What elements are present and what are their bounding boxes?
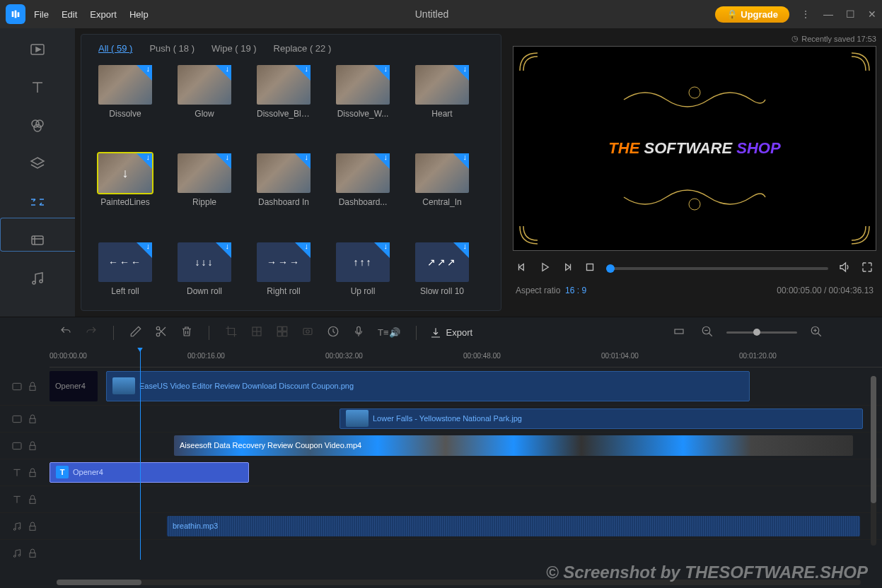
sidebar-filters-icon[interactable] bbox=[28, 116, 47, 136]
preview-viewport[interactable]: THE SOFTWARE SHOP bbox=[513, 46, 876, 251]
sidebar-text-icon[interactable] bbox=[28, 78, 47, 98]
track-head[interactable] bbox=[0, 494, 50, 505]
download-icon[interactable] bbox=[216, 242, 231, 258]
download-icon[interactable] bbox=[374, 65, 390, 81]
transition-item[interactable]: ←←←Left roll bbox=[98, 242, 152, 305]
download-icon[interactable] bbox=[374, 153, 390, 169]
zoom-out-button[interactable] bbox=[698, 322, 716, 343]
mosaic-button[interactable] bbox=[248, 322, 266, 343]
transition-item[interactable]: Glow bbox=[178, 65, 231, 128]
clip-mp4[interactable]: Aiseesoft Data Recovery Review Coupon Vi… bbox=[174, 435, 853, 457]
volume-icon[interactable] bbox=[838, 261, 851, 276]
download-icon[interactable] bbox=[453, 65, 469, 81]
more-icon[interactable]: ⋮ bbox=[801, 8, 811, 20]
transition-item[interactable]: ↓PaintedLines bbox=[98, 153, 152, 216]
sidebar-media-icon[interactable] bbox=[28, 40, 47, 59]
time-tick: 00:00:48.00 bbox=[463, 352, 501, 360]
sidebar-music-icon[interactable] bbox=[28, 269, 47, 288]
app-logo bbox=[6, 4, 25, 24]
crop-button[interactable] bbox=[222, 322, 240, 343]
transition-item[interactable]: Dissolve bbox=[98, 65, 152, 128]
seek-bar[interactable] bbox=[606, 267, 828, 270]
download-icon[interactable] bbox=[295, 153, 311, 169]
transition-item[interactable]: Ripple bbox=[178, 153, 231, 216]
track-head[interactable] bbox=[0, 467, 50, 478]
download-icon[interactable] bbox=[137, 65, 152, 81]
menu-export[interactable]: Export bbox=[90, 9, 117, 20]
vertical-scrollbar[interactable] bbox=[871, 376, 876, 546]
track-head[interactable] bbox=[0, 381, 50, 392]
download-icon[interactable] bbox=[453, 153, 469, 169]
zoom-slider[interactable] bbox=[726, 331, 797, 334]
edit-button[interactable] bbox=[127, 322, 145, 343]
transition-item[interactable]: Dashboard... bbox=[336, 153, 390, 216]
track-head[interactable] bbox=[0, 521, 50, 532]
track-head[interactable] bbox=[0, 413, 50, 425]
transition-item[interactable]: Dashboard In bbox=[257, 153, 311, 216]
transition-item[interactable]: →→→Right roll bbox=[257, 242, 311, 305]
download-icon[interactable] bbox=[137, 153, 152, 169]
playhead[interactable] bbox=[140, 348, 141, 560]
clip-text-opener[interactable]: T Opener4 bbox=[50, 462, 249, 483]
clip-png[interactable]: EaseUS Video Editor Review Download Disc… bbox=[106, 371, 750, 401]
undo-button[interactable] bbox=[57, 322, 75, 343]
download-icon[interactable] bbox=[295, 242, 311, 258]
transition-label: Slow roll 10 bbox=[415, 286, 469, 296]
download-icon[interactable] bbox=[453, 242, 469, 258]
download-icon[interactable] bbox=[295, 65, 311, 81]
aspect-value[interactable]: 16 : 9 bbox=[565, 286, 586, 295]
stop-button[interactable] bbox=[584, 261, 596, 276]
export-button[interactable]: Export bbox=[429, 327, 473, 339]
zoom-in-button[interactable] bbox=[807, 322, 825, 343]
download-icon[interactable] bbox=[374, 242, 390, 258]
menu-file[interactable]: File bbox=[34, 9, 49, 20]
menu-edit[interactable]: Edit bbox=[62, 9, 77, 20]
prev-frame-button[interactable] bbox=[516, 261, 528, 276]
text-speech-button[interactable]: T≡🔊 bbox=[375, 324, 403, 341]
transition-item[interactable]: ↓↓↓Down roll bbox=[178, 242, 231, 305]
play-button[interactable] bbox=[538, 261, 551, 276]
fullscreen-icon[interactable] bbox=[861, 261, 874, 276]
download-icon[interactable] bbox=[216, 153, 231, 169]
preview-controls bbox=[513, 261, 876, 276]
close-button[interactable]: ✕ bbox=[868, 8, 876, 20]
track-head[interactable] bbox=[0, 440, 50, 452]
download-icon[interactable] bbox=[216, 65, 231, 81]
horizontal-scrollbar[interactable] bbox=[57, 580, 861, 585]
transition-item[interactable]: Dissolve_Bla... bbox=[257, 65, 311, 128]
transition-item[interactable]: ↗↗↗Slow roll 10 bbox=[415, 242, 469, 305]
transition-item[interactable]: ↑↑↑Up roll bbox=[336, 242, 390, 305]
track-head[interactable] bbox=[0, 548, 50, 559]
svg-rect-2 bbox=[18, 12, 20, 17]
speed-button[interactable] bbox=[324, 322, 342, 343]
minimize-button[interactable]: — bbox=[823, 8, 833, 20]
fit-button[interactable] bbox=[670, 322, 688, 343]
split-button[interactable] bbox=[152, 322, 170, 343]
tile-button[interactable] bbox=[273, 322, 291, 343]
transitions-grid[interactable]: DissolveGlowDissolve_Bla...Dissolve_W...… bbox=[93, 65, 489, 305]
voiceover-button[interactable] bbox=[349, 322, 368, 343]
next-frame-button[interactable] bbox=[561, 261, 574, 276]
redo-button[interactable] bbox=[82, 322, 100, 343]
svg-rect-26 bbox=[277, 327, 282, 331]
transition-item[interactable]: Heart bbox=[415, 65, 469, 128]
delete-button[interactable] bbox=[178, 322, 196, 343]
tab-push[interactable]: Push ( 18 ) bbox=[149, 43, 195, 54]
tab-all[interactable]: All ( 59 ) bbox=[98, 43, 132, 54]
tab-replace[interactable]: Replace ( 22 ) bbox=[274, 43, 332, 54]
transition-label: Dissolve_W... bbox=[336, 109, 390, 119]
menu-help[interactable]: Help bbox=[129, 9, 149, 20]
freeze-button[interactable] bbox=[298, 322, 317, 343]
sidebar-transitions-icon[interactable] bbox=[28, 192, 47, 212]
clip-jpg[interactable]: Lower Falls - Yellowstone National Park.… bbox=[340, 408, 863, 430]
time-ruler[interactable]: 00:00:00.0000:00:16.0000:00:32.0000:00:4… bbox=[50, 348, 882, 368]
clip-opener[interactable]: Opener4 bbox=[50, 371, 98, 401]
tab-wipe[interactable]: Wipe ( 19 ) bbox=[211, 43, 257, 54]
maximize-button[interactable]: ☐ bbox=[846, 8, 855, 20]
sidebar-overlays-icon[interactable] bbox=[28, 154, 47, 174]
clip-audio[interactable]: breathin.mp3 bbox=[167, 516, 860, 537]
download-icon[interactable] bbox=[137, 242, 152, 258]
upgrade-button[interactable]: 🔒 Upgrade bbox=[715, 6, 789, 23]
transition-item[interactable]: Central_In bbox=[415, 153, 469, 216]
transition-item[interactable]: Dissolve_W... bbox=[336, 65, 390, 128]
